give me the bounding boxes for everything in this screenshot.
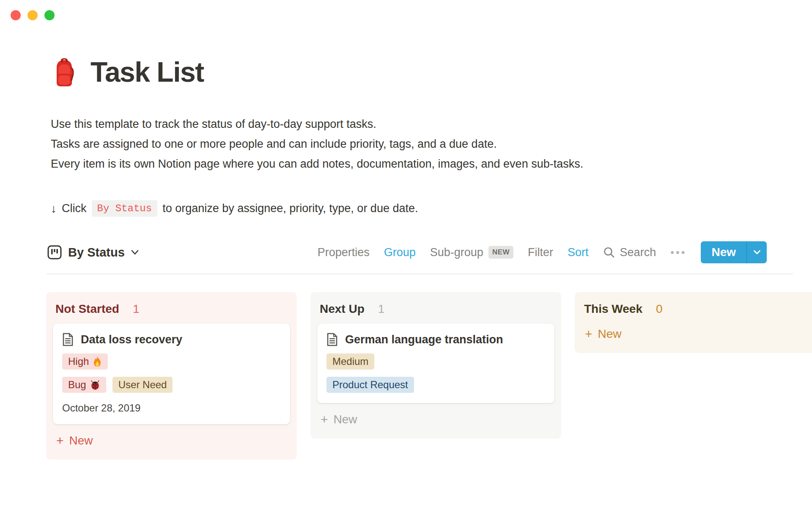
column-title: Next Up (320, 302, 365, 316)
tag-user-need[interactable]: User Need (112, 377, 173, 393)
plus-icon: + (585, 327, 593, 341)
column-next-up: Next Up 1 German language translation (310, 292, 561, 439)
task-card-german-language-translation[interactable]: German language translation Medium Produ… (317, 323, 554, 403)
column-count: 1 (133, 302, 140, 316)
page-icon (326, 333, 338, 346)
column-header[interactable]: Not Started 1 (46, 292, 297, 323)
tag-label: Medium (332, 356, 368, 367)
toolbar-menu: Properties Group Sub-group NEW Filter So… (318, 241, 767, 263)
sub-group-button[interactable]: Sub-group NEW (430, 246, 513, 259)
page-header: Task List (51, 56, 812, 88)
column-not-started: Not Started 1 Data loss recovery (46, 292, 297, 460)
description-line: Every item is its own Notion page where … (51, 154, 812, 174)
column-title: This Week (584, 302, 642, 316)
search-button[interactable]: Search (603, 246, 656, 259)
add-card-label: New (69, 434, 93, 447)
add-card-button[interactable]: + New (310, 403, 561, 439)
add-card-button[interactable]: + New (46, 424, 297, 460)
page-icon (62, 333, 74, 346)
tag-label: Bug (68, 379, 86, 391)
sort-button[interactable]: Sort (568, 246, 589, 259)
add-card-button[interactable]: + New (575, 323, 812, 353)
add-card-label: New (334, 413, 357, 426)
kanban-board: Not Started 1 Data loss recovery (46, 292, 812, 460)
card-title: Data loss recovery (81, 333, 182, 346)
group-button[interactable]: Group (384, 246, 416, 259)
view-switcher[interactable]: By Status (47, 245, 139, 260)
search-label: Search (620, 246, 656, 259)
by-status-code-chip: By Status (92, 200, 158, 217)
card-title: German language translation (345, 333, 503, 346)
column-header[interactable]: This Week 0 (575, 292, 812, 323)
tag-bug[interactable]: Bug (62, 377, 106, 393)
view-toolbar: By Status Properties Group Sub-group NEW… (47, 241, 767, 263)
description-line: Tasks are assigned to one or more people… (51, 134, 812, 154)
tag-label: High (68, 356, 89, 367)
toolbar-divider (47, 273, 793, 274)
ladybug-emoji-icon (90, 380, 100, 390)
task-card-data-loss-recovery[interactable]: Data loss recovery High Bug (53, 323, 290, 424)
column-title: Not Started (55, 302, 119, 316)
chevron-down-icon (753, 250, 761, 255)
plus-icon: + (56, 433, 64, 448)
tag-label: User Need (118, 379, 167, 391)
window-controls (11, 10, 55, 20)
tag-medium[interactable]: Medium (326, 353, 374, 370)
card-due-date: October 28, 2019 (62, 402, 281, 414)
page-description: Use this template to track the status of… (51, 114, 812, 174)
minimize-button[interactable] (27, 10, 38, 20)
new-button-dropdown[interactable] (746, 241, 767, 263)
filter-button[interactable]: Filter (528, 246, 553, 259)
board-view-icon (47, 245, 62, 260)
zoom-button[interactable] (44, 10, 55, 20)
add-card-label: New (598, 327, 622, 341)
backpack-emoji-icon (51, 57, 78, 87)
sub-group-label: Sub-group (430, 246, 483, 259)
view-name: By Status (68, 246, 125, 260)
search-icon (603, 246, 615, 258)
chevron-down-icon (131, 249, 139, 255)
hint-post-text: to organize by assignee, priority, type,… (162, 202, 418, 215)
tag-product-request[interactable]: Product Request (326, 377, 414, 393)
column-count: 1 (378, 302, 385, 316)
fire-emoji-icon (93, 356, 102, 367)
tag-label: Product Request (332, 379, 408, 391)
hint-pre-text: Click (62, 202, 87, 215)
plus-icon: + (321, 412, 328, 427)
hint-line: ↓ Click By Status to organize by assigne… (51, 200, 812, 217)
description-line: Use this template to track the status of… (51, 114, 812, 134)
new-feature-badge: NEW (488, 246, 513, 259)
more-options-button[interactable]: ••• (670, 246, 686, 259)
new-button[interactable]: New (701, 241, 746, 263)
properties-button[interactable]: Properties (318, 246, 370, 259)
column-this-week: This Week 0 + New (575, 292, 812, 353)
down-arrow-icon: ↓ (51, 202, 57, 215)
page-content: Task List Use this template to track the… (0, 56, 812, 460)
close-button[interactable] (11, 10, 21, 20)
tag-high[interactable]: High (62, 353, 108, 370)
column-header[interactable]: Next Up 1 (310, 292, 561, 323)
new-split-button: New (701, 241, 767, 263)
page-title: Task List (91, 56, 204, 88)
column-count: 0 (656, 302, 663, 316)
